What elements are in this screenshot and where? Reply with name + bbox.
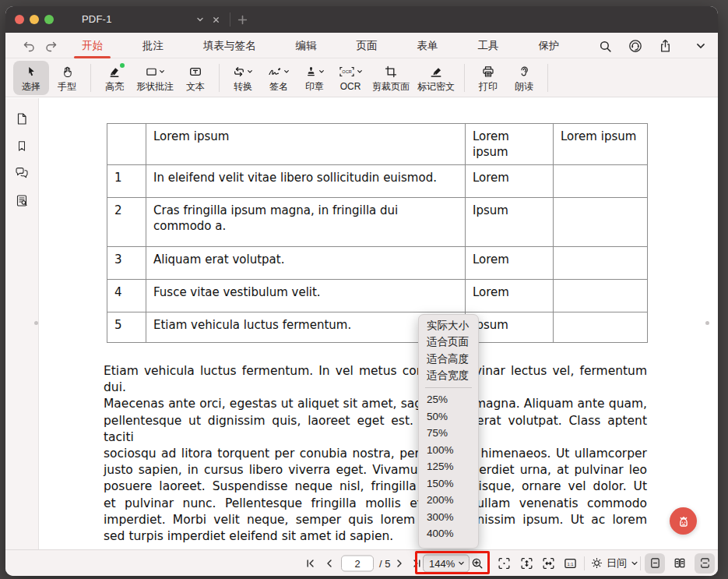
zoom-level-select[interactable]: 144% [423,554,470,572]
search-document-panel-icon[interactable] [14,192,30,208]
chevron-down-icon [357,69,363,75]
convert-loop-icon [233,65,253,79]
menu-item-zoom-75[interactable]: 75% [419,425,478,442]
desktop-backdrop: PDF-1 开始 批注 填表与签名 编辑 [0,0,728,579]
toolbar-divider [219,64,220,92]
continuous-scroll-view-button[interactable] [695,553,715,574]
table-row: 3 Aliquam erat volutpat. Lorem [107,247,648,280]
highlight-tool-button[interactable]: 高亮 [97,61,132,95]
printer-icon [482,65,494,79]
table-cell: Aliquam erat volutpat. [146,247,466,280]
tab-close-icon[interactable] [210,14,221,25]
menu-item-fit-page[interactable]: 适合页面 [419,334,478,351]
sun-icon [591,557,603,569]
menu-item-fit-width[interactable]: 适合宽度 [419,368,478,385]
text-box-icon [189,65,202,79]
tab-fill-sign[interactable]: 填表与签名 [202,33,258,59]
share-icon[interactable] [657,38,673,54]
undo-icon[interactable] [21,38,37,54]
fit-height-button[interactable] [520,556,533,570]
stamp-button[interactable]: 印章 [297,61,332,95]
zoom-window-button[interactable] [44,15,54,24]
last-page-button[interactable] [412,558,422,568]
tab-tools[interactable]: 工具 [477,33,501,59]
tab-edit[interactable]: 编辑 [294,33,318,59]
toolbar-label: 标记密文 [417,82,455,91]
crop-pages-button[interactable]: 剪裁页面 [368,61,413,95]
menu-item-zoom-125[interactable]: 125% [419,458,478,475]
menu-item-actual-size[interactable]: 实际大小 [419,317,478,334]
document-tab-title[interactable]: PDF-1 [82,13,112,25]
two-page-view-button[interactable] [670,553,690,574]
hand-icon [62,65,73,79]
table-cell: Lorem ipsum [466,124,554,165]
tab-forms[interactable]: 表单 [416,33,440,59]
cursor-icon [26,65,37,79]
menu-item-zoom-200[interactable]: 200% [419,492,478,509]
close-window-button[interactable] [15,15,24,24]
text-tool-button[interactable]: 文本 [178,61,213,95]
panel-resize-handle[interactable] [705,321,709,325]
first-page-button[interactable] [305,558,315,568]
panel-resize-handle[interactable] [34,321,38,325]
previous-page-button[interactable] [325,558,334,568]
menu-bar: 开始 批注 填表与签名 编辑 页面 表单 工具 保护 [5,33,718,58]
menu-item-zoom-25[interactable]: 25% [419,391,478,408]
toolbar-label: OCR [340,82,361,91]
search-icon[interactable] [597,38,613,54]
table-cell: Ipsum [466,198,554,247]
menu-item-zoom-100[interactable]: 100% [419,442,478,459]
menu-item-fit-height[interactable]: 适合高度 [419,351,478,368]
fit-page-button[interactable] [498,556,511,570]
shape-annotation-button[interactable]: 形状批注 [132,61,178,95]
tab-home[interactable]: 开始 [80,33,104,59]
single-page-view-button[interactable] [645,553,665,574]
svg-text:OCR: OCR [342,69,351,74]
next-page-button[interactable] [395,558,404,568]
signature-icon [268,65,290,79]
paragraph-line: Etiam vehicula luctus fermentum. In vel … [104,363,647,396]
tab-comment[interactable]: 批注 [141,33,165,59]
thumbnails-panel-icon[interactable] [14,111,30,126]
table-cell: 2 [107,198,146,247]
new-tab-button[interactable] [237,14,248,25]
toolbar-label: 印章 [305,82,324,91]
ocr-button[interactable]: OCR OCR [332,61,368,95]
comments-panel-icon[interactable] [14,165,30,181]
table-cell: Cras fringilla ipsum magna, in fringilla… [146,198,466,247]
menu-item-zoom-400[interactable]: 400% [419,525,478,542]
menu-item-zoom-300[interactable]: 300% [419,509,478,526]
theme-toggle[interactable]: 日间 [591,556,638,570]
menu-item-zoom-150[interactable]: 150% [419,475,478,493]
toolbar-label: 剪裁页面 [372,82,410,91]
redact-button[interactable]: 标记密文 [413,61,459,95]
select-tool-button[interactable]: 选择 [13,61,49,95]
bookmarks-panel-icon[interactable] [14,138,30,154]
convert-button[interactable]: 转换 [225,61,261,95]
signature-button[interactable]: 签名 [261,61,297,95]
print-button[interactable]: 打印 [470,61,506,95]
svg-text:1:1: 1:1 [568,561,574,566]
table-row: 2 Cras fringilla ipsum magna, in fringil… [107,198,648,247]
menu-item-zoom-50[interactable]: 50% [419,408,478,425]
hand-tool-button[interactable]: 手型 [49,61,85,95]
actual-size-button[interactable]: 1:1 [564,556,577,570]
read-aloud-button[interactable]: 朗读 [506,61,542,95]
table-cell: Fusce vitae vestibulum velit. [146,280,466,312]
table-cell: Etiam vehicula luctus fermentum. [146,312,466,343]
fit-width-button[interactable] [542,556,555,570]
page-number-input[interactable] [341,555,374,571]
ear-icon [519,65,530,79]
app-body: Lorem ipsum Lorem ipsum Lorem ipsum 1 In… [5,98,718,549]
collapse-ribbon-chevron-icon[interactable] [693,38,709,54]
ribbon-tabs: 开始 批注 填表与签名 编辑 页面 表单 工具 保护 [80,33,561,58]
zoom-in-button[interactable] [471,557,484,570]
support-icon[interactable] [628,38,643,54]
tab-pages[interactable]: 页面 [355,33,379,59]
tab-protect[interactable]: 保护 [537,33,561,59]
tab-chevron-down-icon[interactable] [195,14,206,25]
zoom-level-value: 144% [429,557,455,569]
ai-assistant-button[interactable] [670,507,697,535]
minimize-window-button[interactable] [30,15,39,24]
redo-icon[interactable] [43,38,58,54]
